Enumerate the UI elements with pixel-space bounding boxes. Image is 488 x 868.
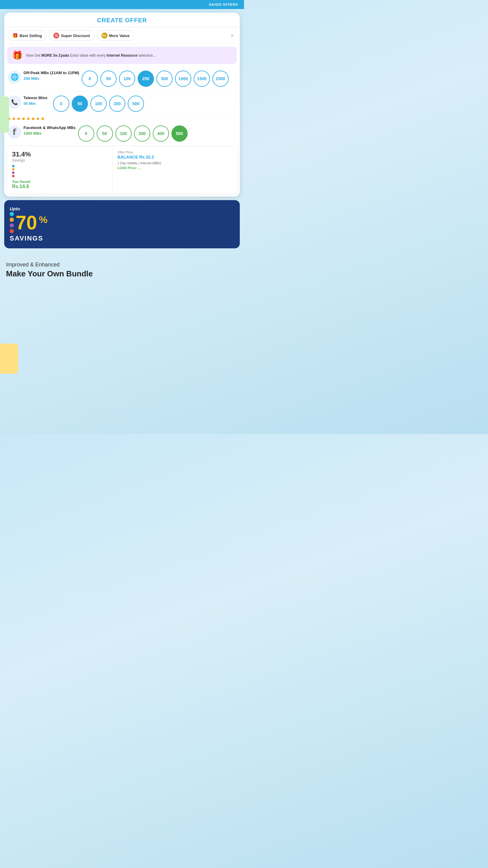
facebook-row: 𝕗 Facebook & WhatsApp MBs 1000 MBs 0 50 … bbox=[4, 121, 240, 146]
badge-dot-orange bbox=[10, 218, 14, 222]
off-peak-row: 🌐 Off-Peak MBs (11AM to 11PM) 250 MBs 0 … bbox=[4, 66, 240, 91]
badge-dots bbox=[10, 212, 14, 233]
telenor-circle-500[interactable]: 500 bbox=[128, 96, 144, 112]
bottom-title: Make Your Own Bundle bbox=[6, 269, 238, 278]
create-offer-header: CREATE OFFER bbox=[4, 13, 240, 27]
off-peak-circle-2500[interactable]: 2500 bbox=[213, 70, 229, 87]
badge-dot-red bbox=[10, 229, 14, 233]
saved-offers-label: SAVED OFFERS bbox=[209, 3, 238, 6]
off-peak-circles: 0 50 100 250 500 1000 1500 2500 bbox=[82, 70, 236, 87]
tab-best-selling[interactable]: 🎁 Best Selling bbox=[8, 30, 46, 41]
off-peak-circle-500[interactable]: 500 bbox=[156, 70, 173, 87]
badge-pct-sym: % bbox=[39, 214, 47, 225]
summary-section: 31.4% Savings You Saved Rs.14.8 Offer Pr… bbox=[7, 146, 237, 193]
facebook-name: Facebook & WhatsApp MBs bbox=[24, 125, 76, 130]
summary-right: Offer Price BALANCE Rs.32.2 1 Day Validi… bbox=[112, 146, 237, 193]
bottom-text-section: Improved & Enhanced Make Your Own Bundle bbox=[0, 253, 244, 290]
fb-circle-50[interactable]: 50 bbox=[97, 125, 113, 142]
off-peak-circle-250[interactable]: 250 bbox=[138, 70, 154, 87]
load-price-row: LOAD Price: ... bbox=[118, 166, 232, 170]
telenor-circle-50[interactable]: 50 bbox=[72, 96, 88, 112]
facebook-circles: 0 50 100 300 400 500 bbox=[78, 125, 236, 142]
off-peak-circle-1500[interactable]: 1500 bbox=[194, 70, 210, 87]
summary-left: 31.4% Savings You Saved Rs.14.8 bbox=[7, 146, 112, 193]
off-peak-name: Off-Peak MBs (11AM to 11PM) bbox=[24, 70, 79, 76]
badge-upto: Upto bbox=[10, 206, 20, 211]
fb-circle-500[interactable]: 500 bbox=[171, 125, 188, 142]
main-card: CREATE OFFER 🎁 Best Selling % Super Disc… bbox=[4, 13, 240, 196]
fb-circle-100[interactable]: 100 bbox=[116, 125, 132, 142]
badge-percent-row: 70 % bbox=[10, 212, 47, 233]
info-banner: 🎁 Now Get MORE Se Zyada Extra Value with… bbox=[7, 47, 237, 64]
tab-more-value-label: More Value bbox=[109, 33, 130, 38]
bottom-subtitle: Improved & Enhanced bbox=[6, 261, 238, 268]
off-peak-circle-50[interactable]: 50 bbox=[100, 70, 117, 87]
tab-more-value[interactable]: Rs More Value bbox=[97, 30, 134, 41]
orange-dots-deco bbox=[4, 116, 240, 121]
savings-label: Savings bbox=[12, 158, 107, 162]
telenor-selected: 50 Min bbox=[24, 101, 51, 106]
rupee-icon: Rs bbox=[101, 33, 107, 38]
off-peak-selected: 250 MBs bbox=[24, 76, 79, 81]
info-banner-text: Now Get MORE Se Zyada Extra Value with e… bbox=[26, 53, 156, 58]
create-offer-title: CREATE OFFER bbox=[97, 17, 147, 24]
badge-dot-cyan bbox=[10, 212, 14, 216]
offer-price-val: BALANCE Rs.32.2 bbox=[118, 155, 232, 159]
telenor-circle-0[interactable]: 0 bbox=[53, 96, 69, 112]
fb-circle-300[interactable]: 300 bbox=[134, 125, 150, 142]
tab-row: 🎁 Best Selling % Super Discount Rs More … bbox=[4, 27, 240, 44]
telenor-circle-100[interactable]: 100 bbox=[90, 96, 107, 112]
percent-icon: % bbox=[53, 33, 59, 38]
savings-dots bbox=[12, 165, 107, 177]
validity-row: 1 Day Validity | Internet (MBs) bbox=[118, 161, 232, 165]
tab-super-discount[interactable]: % Super Discount bbox=[49, 30, 94, 41]
telenor-circles: 0 50 100 200 500 bbox=[53, 96, 236, 112]
off-peak-icon: 🌐 bbox=[8, 70, 21, 84]
facebook-selected: 1000 MBs bbox=[24, 131, 76, 135]
facebook-icon: 𝕗 bbox=[8, 125, 21, 138]
star-icon: 🎁 bbox=[12, 33, 18, 38]
badge-big-num: 70 bbox=[16, 213, 37, 232]
facebook-info: Facebook & WhatsApp MBs 1000 MBs bbox=[24, 125, 76, 135]
tab-super-discount-label: Super Discount bbox=[61, 33, 90, 38]
telenor-info: Telenor Mins 50 Min bbox=[24, 96, 51, 106]
top-bar: SAVED OFFERS bbox=[0, 0, 244, 9]
close-button[interactable]: × bbox=[228, 31, 236, 40]
fb-circle-400[interactable]: 400 bbox=[153, 125, 169, 142]
tab-best-selling-label: Best Selling bbox=[20, 33, 42, 38]
telenor-circle-200[interactable]: 200 bbox=[109, 96, 125, 112]
fb-circle-0[interactable]: 0 bbox=[78, 125, 94, 142]
left-peek-deco bbox=[0, 96, 9, 133]
savings-badge: Upto 70 % SAVINGS bbox=[4, 200, 240, 248]
off-peak-info: Off-Peak MBs (11AM to 11PM) 250 MBs bbox=[24, 70, 79, 81]
off-peak-circle-1000[interactable]: 1000 bbox=[175, 70, 191, 87]
telenor-name: Telenor Mins bbox=[24, 96, 51, 101]
telenor-row: 📞 Telenor Mins 50 Min 0 50 100 200 500 bbox=[4, 91, 240, 116]
you-saved-label: You Saved bbox=[12, 180, 107, 184]
you-saved-amount: Rs.14.8 bbox=[12, 184, 107, 189]
bottom-peek-deco bbox=[0, 344, 18, 374]
badge-savings-text: SAVINGS bbox=[10, 235, 43, 242]
off-peak-circle-100[interactable]: 100 bbox=[119, 70, 135, 87]
savings-pct: 31.4% bbox=[12, 150, 107, 158]
off-peak-circle-0[interactable]: 0 bbox=[82, 70, 98, 87]
gift-icon: 🎁 bbox=[12, 50, 23, 60]
offer-price-label: Offer Price bbox=[118, 150, 232, 154]
telenor-icon: 📞 bbox=[8, 96, 21, 109]
badge-dot-purple bbox=[10, 223, 14, 227]
